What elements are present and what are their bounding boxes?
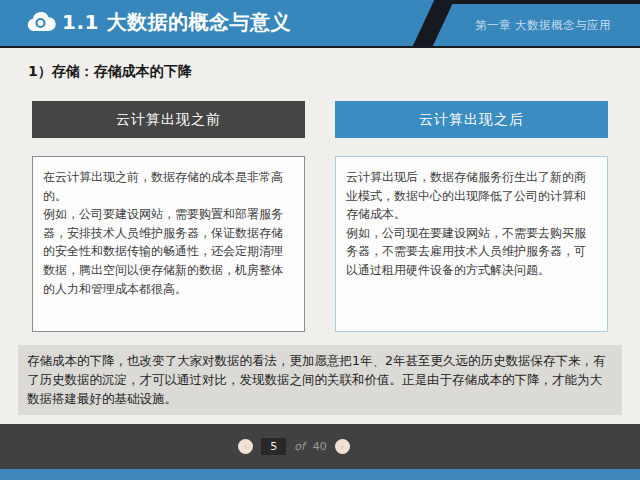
previous-page-button[interactable]: ‹	[238, 439, 253, 454]
total-pages-number: 40	[313, 440, 327, 453]
comparison-columns: 云计算出现之前 在云计算出现之前，数据存储的成本是非常高的。 例如，公司要建设网…	[0, 101, 640, 332]
cloud-icon	[26, 11, 56, 33]
chapter-label: 第一章 大数据概念与应用	[475, 18, 611, 33]
presentation-slide: 1.1 大数据的概念与意义 第一章 大数据概念与应用 1）存储：存储成本的下降 …	[0, 0, 640, 480]
page-navigator: ‹ 5 of 40 ›	[238, 438, 350, 455]
page-separator-label: of	[294, 440, 305, 453]
column-after-header: 云计算出现之后	[335, 101, 608, 138]
next-page-button[interactable]: ›	[335, 439, 350, 454]
header-title-group: 1.1 大数据的概念与意义	[26, 0, 291, 44]
header-chapter-section: 第一章 大数据概念与应用	[446, 0, 640, 46]
section-subtitle: 1）存储：存储成本的下降	[28, 63, 640, 81]
column-before-body: 在云计算出现之前，数据存储的成本是非常高的。 例如，公司要建设网站，需要购置和部…	[32, 156, 305, 332]
column-after-cloud: 云计算出现之后 云计算出现后，数据存储服务衍生出了新的商业模式，数据中心的出现降…	[335, 101, 608, 332]
column-after-body: 云计算出现后，数据存储服务衍生出了新的商业模式，数据中心的出现降低了公司的计算和…	[335, 156, 608, 332]
page-title: 1.1 大数据的概念与意义	[62, 9, 291, 36]
column-before-cloud: 云计算出现之前 在云计算出现之前，数据存储的成本是非常高的。 例如，公司要建设网…	[32, 101, 305, 332]
summary-paragraph: 存储成本的下降，也改变了大家对数据的看法，更加愿意把1年、2年甚至更久远的历史数…	[18, 345, 622, 415]
slide-header: 1.1 大数据的概念与意义 第一章 大数据概念与应用	[0, 0, 640, 48]
column-before-header: 云计算出现之前	[32, 101, 305, 138]
current-page-number: 5	[261, 438, 286, 455]
slide-footer: ‹ 5 of 40 ›	[0, 424, 640, 480]
